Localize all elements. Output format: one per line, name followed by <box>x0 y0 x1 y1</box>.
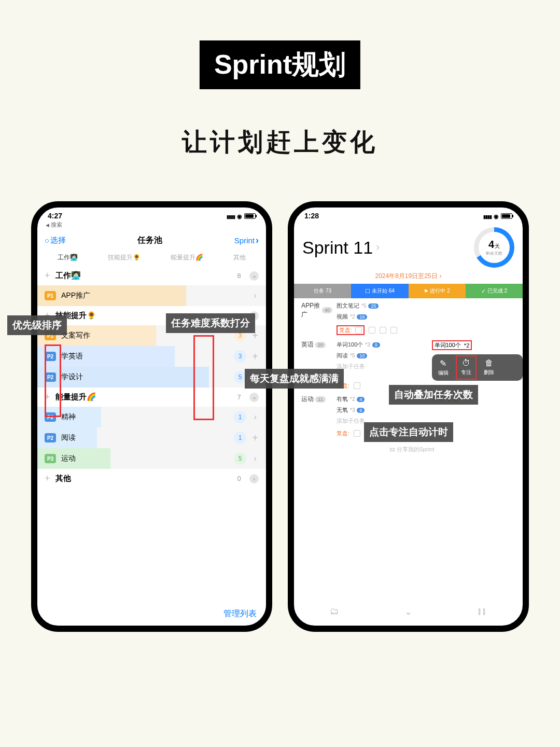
anno-review: 每天复盘成就感满满 <box>245 369 344 389</box>
add-icon[interactable]: + <box>251 432 259 444</box>
sprint-link[interactable]: Sprint <box>234 235 259 246</box>
tab-not-started[interactable]: 未开始 64 <box>351 284 408 298</box>
checkbox[interactable] <box>380 327 386 334</box>
task-reading[interactable]: P2 阅读 1 + <box>37 427 266 448</box>
back-to-search[interactable]: 搜索 <box>37 220 266 232</box>
chevron-icon[interactable]: › <box>249 474 259 483</box>
score-bubble: 5 <box>234 452 246 465</box>
subtitle: 让计划赶上变化 <box>182 126 378 159</box>
subtask[interactable]: 视频*216 <box>337 311 428 322</box>
square-icon <box>365 288 370 295</box>
checkbox[interactable] <box>354 382 360 389</box>
checkbox[interactable] <box>390 327 397 334</box>
review-label: 复盘: <box>339 326 352 334</box>
inbox-icon[interactable]: 🗂 <box>330 606 339 617</box>
wifi-icon <box>494 212 499 220</box>
stats-icon[interactable]: ⫿⫿ <box>478 606 487 617</box>
manage-lists-button[interactable]: 管理列表 <box>223 608 257 619</box>
tab-skill[interactable]: 技能提升🌻 <box>108 253 141 262</box>
task-app-promo[interactable]: P1 APP推广 › <box>37 285 266 306</box>
plus-icon[interactable]: + <box>45 473 50 484</box>
check-icon <box>481 288 486 295</box>
tab-energy[interactable]: 能量提升🌈 <box>171 253 203 262</box>
task-sport[interactable]: P3 运动 5 › <box>37 448 266 469</box>
days-remaining: 4 <box>488 239 500 251</box>
title-badge: Sprint规划 <box>200 40 360 89</box>
action-popup: ✎编辑 ⏱专注 🗑删除 <box>432 354 523 381</box>
tab-all-tasks[interactable]: 任务 73 <box>294 284 351 298</box>
trash-icon: 🗑 <box>485 358 493 368</box>
task-label: 阅读 <box>61 433 229 442</box>
edit-button[interactable]: ✎编辑 <box>432 354 455 381</box>
anno-focus: 点击专注自动计时 <box>364 422 453 442</box>
category-tabs: 工作👩🏻‍💻 技能提升🌻 能量提升🌈 其他 <box>37 251 266 266</box>
signal-icon <box>483 212 492 220</box>
score-bubble: 1 <box>234 411 246 423</box>
section-count: 8 <box>234 272 244 280</box>
chevron-icon[interactable]: › <box>251 290 259 301</box>
task-english[interactable]: P2 学英语 3 + <box>37 346 266 367</box>
checkbox[interactable] <box>354 430 360 437</box>
status-tabs: 任务 73 未开始 64 进行中 2 已完成 2 <box>294 284 523 298</box>
subtask-right[interactable]: 单词100个*2 <box>432 339 523 351</box>
anno-autoinc: 自动叠加任务次数 <box>389 385 478 405</box>
plus-icon[interactable]: + <box>45 270 50 281</box>
section-other[interactable]: + 其他 0 › <box>37 469 266 488</box>
priority-badge: P1 <box>45 291 56 300</box>
tab-other[interactable]: 其他 <box>233 253 246 262</box>
battery-icon <box>244 213 256 219</box>
sprint-title[interactable]: Sprint 11 <box>302 238 468 258</box>
count-bubble: 40 <box>322 307 332 313</box>
anno-priority: 优先级排序 <box>7 315 67 335</box>
priority-badge: P2 <box>45 433 56 442</box>
cat-label: APP推广 <box>301 301 320 319</box>
task-label: APP推广 <box>61 291 246 300</box>
bottom-toolbar: 🗂 ⌄ ⫿⫿ <box>294 603 523 620</box>
date-range[interactable]: 2024年8月19日至25日 <box>294 272 523 284</box>
collapse-icon[interactable]: ⌄ <box>249 271 259 281</box>
count-bubble: 11 <box>315 396 326 403</box>
chevron-icon[interactable]: › <box>251 412 259 422</box>
checkbox[interactable] <box>369 327 375 334</box>
priority-badge: P3 <box>45 454 56 463</box>
section-energy[interactable]: + 能量提升🌈 7 ⌄ <box>37 388 266 407</box>
subtask[interactable]: 单词100个*39 <box>337 339 428 350</box>
anno-difficulty: 任务难度系数打分 <box>166 313 255 333</box>
score-bubble: 1 <box>234 432 246 444</box>
cat-label: 英语 <box>301 340 314 349</box>
collapse-icon[interactable]: ⌄ <box>249 393 259 402</box>
tab-done[interactable]: 已完成 2 <box>466 284 523 298</box>
add-subtask[interactable]: 添加子任务 <box>337 361 428 372</box>
task-spirit[interactable]: P2 精神 1 › <box>37 407 266 427</box>
add-icon[interactable]: + <box>251 351 259 363</box>
focus-button[interactable]: ⏱专注 <box>455 354 478 381</box>
share-sprint[interactable]: 分享我的Sprint <box>301 441 523 458</box>
select-button[interactable]: 选择 <box>45 236 66 245</box>
days-label: 剩余天数 <box>486 251 502 256</box>
section-work[interactable]: + 工作👩🏻‍💻 8 ⌄ <box>37 266 266 285</box>
tab-work[interactable]: 工作👩🏻‍💻 <box>58 253 78 262</box>
signal-icon <box>227 212 235 220</box>
section-label: 工作👩🏻‍💻 <box>55 271 229 281</box>
delete-button[interactable]: 🗑删除 <box>478 354 500 381</box>
task-design[interactable]: P2 学设计 5 › <box>37 367 266 388</box>
timer-icon: ⏱ <box>462 358 470 368</box>
section-count: 7 <box>234 393 244 401</box>
checkbox[interactable] <box>355 327 362 334</box>
score-bubble: 3 <box>234 350 246 363</box>
subtask[interactable]: 图文笔记*525 <box>337 300 428 311</box>
chevron-down-icon[interactable]: ⌄ <box>404 606 412 617</box>
subtask[interactable]: 无氧*36 <box>337 405 428 416</box>
tab-in-progress[interactable]: 进行中 2 <box>409 284 466 298</box>
page-title: 任务池 <box>137 235 162 246</box>
edit-icon: ✎ <box>440 358 446 368</box>
review-label: 复盘: <box>337 430 349 437</box>
days-ring: 4 剩余天数 <box>474 227 514 268</box>
time: 1:28 <box>304 212 319 220</box>
cat-label: 运动 <box>301 395 314 404</box>
task-label: 运动 <box>61 454 229 463</box>
phone-left: 4:27 搜索 选择 任务池 Sprint 工作👩🏻‍💻 技能提升🌻 能量提升🌈… <box>31 201 272 632</box>
chevron-icon[interactable]: › <box>251 453 259 464</box>
status-bar: 4:27 <box>37 208 266 220</box>
subtask[interactable]: 阅读*510 <box>337 350 428 361</box>
